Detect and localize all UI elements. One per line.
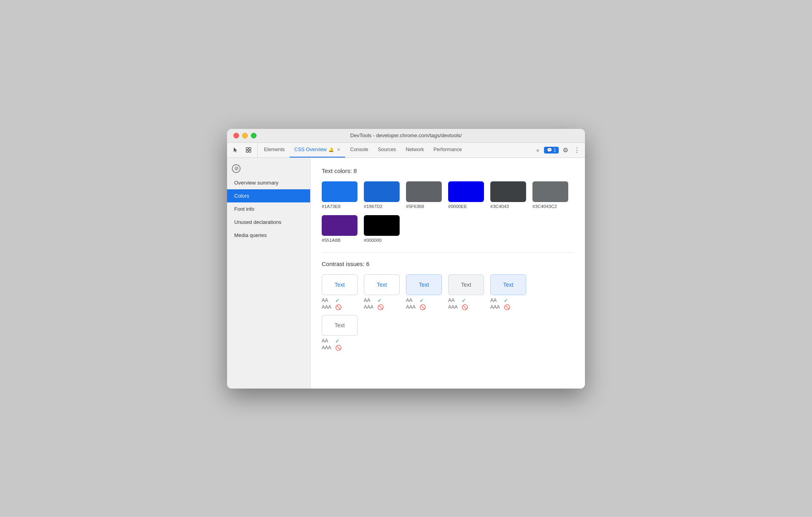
aaa-fail-icon: 🚫 xyxy=(377,304,384,310)
chat-count: 1 xyxy=(554,148,556,152)
contrast-grid: Text AA ✓ AAA 🚫 xyxy=(322,274,574,310)
chat-icon: 💬 xyxy=(547,148,552,153)
contrast-box-6[interactable]: Text xyxy=(322,315,357,336)
contrast-item-5: Text AA ✓ AAA 🚫 xyxy=(490,274,526,310)
color-swatch[interactable] xyxy=(322,215,357,236)
color-hex-label: #000000 xyxy=(364,238,382,243)
color-swatch[interactable] xyxy=(364,181,400,202)
cursor-icon[interactable] xyxy=(230,144,241,155)
chat-button[interactable]: 💬 1 xyxy=(544,147,559,154)
tab-console[interactable]: Console xyxy=(345,143,373,157)
titlebar: DevTools - developer.chrome.com/tags/dev… xyxy=(227,129,585,143)
aa-row-4: AA ✓ xyxy=(448,297,468,303)
more-tabs-button[interactable]: » xyxy=(534,147,542,153)
contrast-ratings-5: AA ✓ AAA 🚫 xyxy=(490,297,510,310)
contrast-box-4[interactable]: Text xyxy=(448,274,484,295)
aaa-row-1: AAA 🚫 xyxy=(322,304,342,310)
color-swatch[interactable] xyxy=(406,181,442,202)
contrast-text-2: Text xyxy=(377,282,387,288)
color-swatch[interactable] xyxy=(490,181,526,202)
devtools-window: DevTools - developer.chrome.com/tags/dev… xyxy=(227,129,585,389)
window-title: DevTools - developer.chrome.com/tags/dev… xyxy=(350,132,462,138)
tab-sources[interactable]: Sources xyxy=(373,143,401,157)
aa-label: AA xyxy=(406,297,417,303)
svg-rect-2 xyxy=(246,150,248,152)
aa-row-5: AA ✓ xyxy=(490,297,510,303)
aaa-fail-icon: 🚫 xyxy=(335,345,342,351)
color-item-3c4043c2[interactable]: #3C4043C2 xyxy=(532,181,568,209)
aa-pass-icon: ✓ xyxy=(462,297,466,303)
toolbar: Elements CSS Overview 🔔 ✕ Console Source… xyxy=(227,143,585,158)
aa-row-6: AA ✓ xyxy=(322,338,342,344)
aaa-label: AAA xyxy=(322,345,333,350)
aa-label: AA xyxy=(490,297,501,303)
color-item-5f6368[interactable]: #5F6368 xyxy=(406,181,442,209)
contrast-ratings-4: AA ✓ AAA 🚫 xyxy=(448,297,468,310)
inspect-icon[interactable] xyxy=(243,144,254,155)
settings-button[interactable]: ⚙ xyxy=(561,146,570,154)
section-divider xyxy=(322,252,574,253)
tab-network[interactable]: Network xyxy=(401,143,429,157)
aa-label: AA xyxy=(322,297,333,303)
tab-css-overview[interactable]: CSS Overview 🔔 ✕ xyxy=(289,143,345,157)
contrast-box-5[interactable]: Text xyxy=(490,274,526,295)
aa-row-3: AA ✓ xyxy=(406,297,426,303)
aa-row-2: AA ✓ xyxy=(364,297,384,303)
aa-pass-icon: ✓ xyxy=(504,297,508,303)
sidebar-item-media-queries[interactable]: Media queries xyxy=(227,229,310,242)
color-hex-label: #3C4043 xyxy=(490,204,509,209)
color-hex-label: #0000EE xyxy=(448,204,467,209)
main-layout: ⊘ Overview summary Colors Font info Unus… xyxy=(227,158,585,389)
svg-rect-1 xyxy=(249,148,251,150)
aaa-fail-icon: 🚫 xyxy=(504,304,510,310)
sidebar-item-overview-summary[interactable]: Overview summary xyxy=(227,176,310,189)
aa-label: AA xyxy=(364,297,375,303)
close-button[interactable] xyxy=(233,133,239,138)
aaa-fail-icon: 🚫 xyxy=(335,304,342,310)
contrast-box-2[interactable]: Text xyxy=(364,274,400,295)
color-swatch[interactable] xyxy=(364,215,400,236)
sidebar-top: ⊘ xyxy=(227,161,310,176)
tab-performance[interactable]: Performance xyxy=(429,143,467,157)
aaa-label: AAA xyxy=(448,304,459,310)
color-hex-label: #3C4043C2 xyxy=(532,204,557,209)
contrast-box-3[interactable]: Text xyxy=(406,274,442,295)
color-swatch[interactable] xyxy=(532,181,568,202)
contrast-ratings-3: AA ✓ AAA 🚫 xyxy=(406,297,426,310)
color-item-000000[interactable]: #000000 xyxy=(364,215,400,243)
contrast-ratings-2: AA ✓ AAA 🚫 xyxy=(364,297,384,310)
minimize-button[interactable] xyxy=(242,133,248,138)
color-grid: #1A73E8 #1967D2 #5F6368 #0000EE #3C4043 xyxy=(322,181,574,243)
aaa-label: AAA xyxy=(364,304,375,310)
aa-row-1: AA ✓ xyxy=(322,297,342,303)
aaa-row-3: AAA 🚫 xyxy=(406,304,426,310)
sidebar-item-unused-declarations[interactable]: Unused declarations xyxy=(227,216,310,229)
color-item-0000ee[interactable]: #0000EE xyxy=(448,181,484,209)
aaa-row-2: AAA 🚫 xyxy=(364,304,384,310)
contrast-item-2: Text AA ✓ AAA 🚫 xyxy=(364,274,400,310)
traffic-lights xyxy=(233,133,256,138)
aaa-fail-icon: 🚫 xyxy=(462,304,468,310)
more-options-button[interactable]: ⋮ xyxy=(572,146,582,154)
aaa-row-5: AAA 🚫 xyxy=(490,304,510,310)
color-swatch[interactable] xyxy=(448,181,484,202)
contrast-text-4: Text xyxy=(461,282,471,288)
color-item-3c4043[interactable]: #3C4043 xyxy=(490,181,526,209)
aaa-fail-icon: 🚫 xyxy=(420,304,426,310)
aaa-label: AAA xyxy=(322,304,333,310)
tab-elements[interactable]: Elements xyxy=(259,143,289,157)
tab-close-icon[interactable]: ✕ xyxy=(337,147,340,152)
color-item-551a8b[interactable]: #551A8B xyxy=(322,215,357,243)
aa-pass-icon: ✓ xyxy=(335,338,340,344)
color-item-1a73e8[interactable]: #1A73E8 xyxy=(322,181,357,209)
sidebar-item-font-info[interactable]: Font info xyxy=(227,202,310,216)
sidebar-item-colors[interactable]: Colors xyxy=(227,189,310,202)
color-item-1967d2[interactable]: #1967D2 xyxy=(364,181,400,209)
maximize-button[interactable] xyxy=(251,133,256,138)
aaa-row-6: AAA 🚫 xyxy=(322,345,342,351)
color-hex-label: #5F6368 xyxy=(406,204,424,209)
color-swatch[interactable] xyxy=(322,181,357,202)
contrast-box-1[interactable]: Text xyxy=(322,274,357,295)
toolbar-icon-group xyxy=(230,143,258,157)
svg-rect-0 xyxy=(246,148,248,150)
